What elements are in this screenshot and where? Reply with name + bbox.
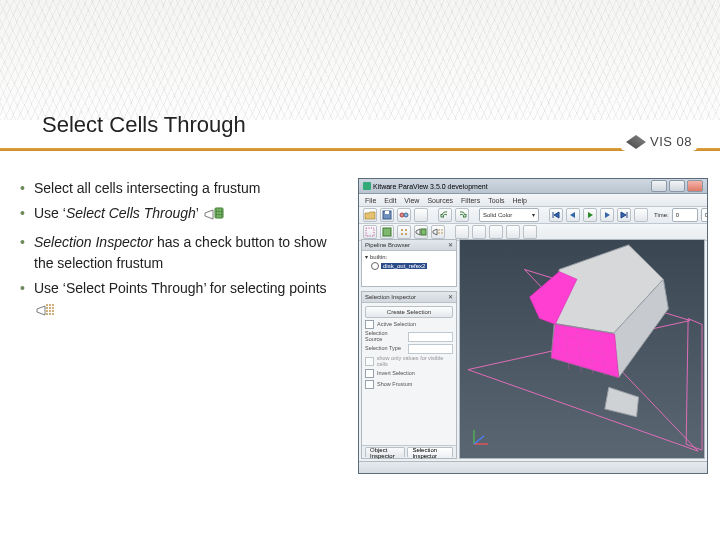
paraview-screenshot: Kitware ParaView 3.5.0 development File …	[358, 178, 708, 474]
svg-line-37	[468, 370, 698, 452]
bullet-2-italic: Select Cells Through	[66, 205, 196, 221]
pipeline-item-0-label: builtin:	[370, 254, 387, 260]
svg-marker-32	[433, 229, 437, 235]
svg-point-13	[46, 310, 48, 312]
svg-point-18	[52, 313, 54, 315]
bullet-2-post: ’	[196, 205, 199, 221]
svg-point-11	[49, 307, 51, 309]
svg-rect-21	[385, 211, 389, 214]
bullet-4-text: Use ‘Select Points Through’ for selectin…	[34, 280, 327, 296]
svg-point-15	[52, 310, 54, 312]
svg-point-27	[405, 229, 407, 231]
time-index[interactable]: 0	[701, 208, 707, 222]
panel-close-icon-2[interactable]: ✕	[448, 294, 453, 300]
svg-point-36	[441, 232, 443, 234]
viewport-scene	[460, 240, 704, 458]
pipeline-item-dataset[interactable]: disk_out_refex2	[365, 262, 453, 270]
bullet-1: Select all cells intersecting a frustum	[16, 178, 348, 199]
window-titlebar: Kitware ParaView 3.5.0 development	[359, 179, 707, 194]
sel-type-field[interactable]	[408, 344, 453, 354]
menu-help[interactable]: Help	[512, 197, 526, 204]
svg-point-14	[49, 310, 51, 312]
svg-marker-6	[205, 210, 213, 219]
svg-point-34	[441, 229, 443, 231]
vcr-first-icon[interactable]	[549, 208, 563, 222]
vcr-next-icon[interactable]	[600, 208, 614, 222]
bullet-3-italic: Selection Inspector	[34, 234, 153, 250]
svg-rect-24	[366, 228, 374, 236]
vcr-prev-icon[interactable]	[566, 208, 580, 222]
select-cells-through-icon	[204, 206, 224, 228]
svg-marker-55	[605, 387, 639, 416]
toolbar-1: Solid Color ▾ Time: 0 0	[359, 207, 707, 224]
svg-point-17	[49, 313, 51, 315]
bullet-1-text: Select all cells intersecting a frustum	[34, 180, 260, 196]
open-icon[interactable]	[363, 208, 377, 222]
svg-point-16	[46, 313, 48, 315]
logo-text: VIS 08	[650, 134, 692, 149]
disconnect-icon[interactable]	[414, 208, 428, 222]
tab-object-inspector[interactable]: Object Inspector	[365, 447, 405, 457]
active-selection-checkbox[interactable]	[365, 320, 374, 329]
redo-icon[interactable]	[455, 208, 469, 222]
pipeline-title: Pipeline Browser	[365, 242, 410, 248]
close-button[interactable]	[687, 180, 703, 192]
time-value[interactable]: 0	[672, 208, 698, 222]
pipeline-item-1-label: disk_out_refex2	[381, 263, 427, 269]
svg-marker-41	[686, 319, 702, 451]
tab-selection-inspector[interactable]: Selection Inspector	[407, 447, 453, 457]
visibility-icon[interactable]	[371, 262, 379, 270]
vcr-play-icon[interactable]	[583, 208, 597, 222]
3d-viewport[interactable]	[459, 239, 705, 459]
show-frustum-checkbox[interactable]	[365, 380, 374, 389]
background-texture	[0, 0, 720, 120]
vcr-last-icon[interactable]	[617, 208, 631, 222]
menu-tools[interactable]: Tools	[488, 197, 504, 204]
svg-point-7	[46, 304, 48, 306]
app-icon	[363, 182, 371, 190]
create-selection-button[interactable]: Create Selection	[365, 306, 453, 318]
divider-bar	[0, 148, 720, 151]
maximize-button[interactable]	[669, 180, 685, 192]
undo-icon[interactable]	[438, 208, 452, 222]
slide-title: Select Cells Through	[42, 112, 246, 138]
chevron-down-icon: ▾	[532, 212, 535, 218]
connect-icon[interactable]	[397, 208, 411, 222]
sel-type-label: Selection Type	[365, 346, 405, 352]
invert-selection-checkbox[interactable]	[365, 369, 374, 378]
show-only-visible-checkbox[interactable]	[365, 357, 374, 366]
color-by-dropdown[interactable]: Solid Color ▾	[479, 208, 539, 222]
sel-source-field[interactable]	[408, 332, 453, 342]
pipeline-item-builtin[interactable]: ▾builtin:	[365, 254, 453, 260]
color-by-value: Solid Color	[483, 212, 512, 218]
statusbar	[359, 461, 707, 473]
bullet-list: Select all cells intersecting a frustum …	[16, 178, 348, 328]
svg-point-23	[404, 213, 408, 217]
select-points-through-icon	[36, 302, 56, 324]
show-only-visible-label: show only values for visible cells	[377, 356, 453, 367]
menu-view[interactable]: View	[404, 197, 419, 204]
bullet-2-pre: Use ‘	[34, 205, 66, 221]
menu-filters[interactable]: Filters	[461, 197, 480, 204]
menu-edit[interactable]: Edit	[384, 197, 396, 204]
menu-file[interactable]: File	[365, 197, 376, 204]
orientation-axes-icon	[470, 426, 492, 448]
inspector-tabs: Object Inspector Selection Inspector	[362, 445, 456, 458]
svg-rect-31	[421, 229, 426, 235]
bullet-2: Use ‘Select Cells Through’	[16, 203, 348, 228]
window-title: Kitware ParaView 3.5.0 development	[373, 183, 488, 190]
panel-close-icon[interactable]: ✕	[448, 242, 453, 248]
bullet-4: Use ‘Select Points Through’ for selectin…	[16, 278, 348, 324]
svg-point-22	[400, 213, 404, 217]
conference-logo: VIS 08	[620, 132, 698, 151]
selection-inspector: Selection Inspector ✕ Create Selection A…	[361, 291, 457, 459]
save-icon[interactable]	[380, 208, 394, 222]
menu-sources[interactable]: Sources	[427, 197, 453, 204]
svg-point-12	[52, 307, 54, 309]
vcr-loop-icon[interactable]	[634, 208, 648, 222]
minimize-button[interactable]	[651, 180, 667, 192]
svg-marker-30	[416, 229, 420, 235]
svg-point-35	[438, 232, 440, 234]
svg-point-8	[49, 304, 51, 306]
svg-rect-25	[383, 228, 391, 236]
